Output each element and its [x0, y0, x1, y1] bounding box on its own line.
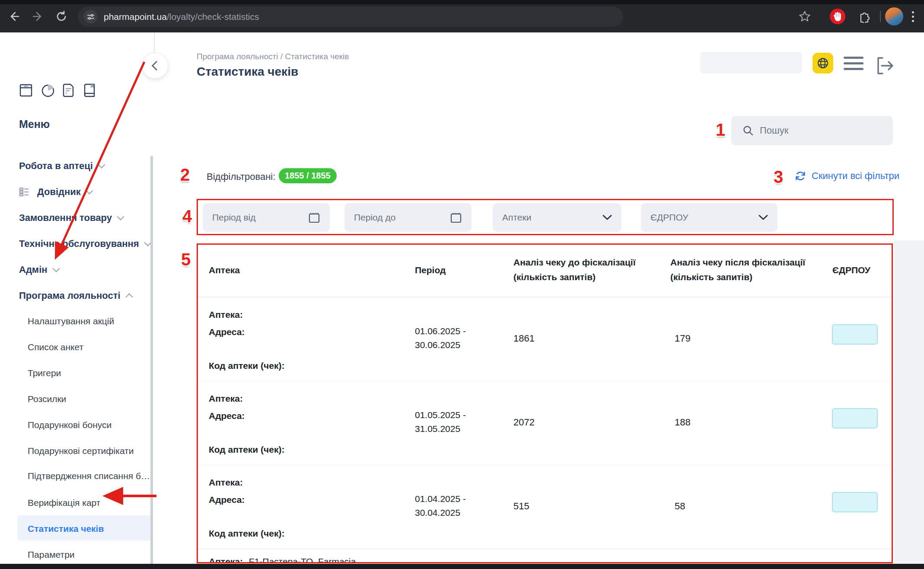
table-row: Аптека: Адреса: Код аптеки (чек): 01.04.…	[198, 465, 892, 549]
url-path: /loyalty/check-statistics	[167, 12, 259, 22]
list-table-icon	[19, 187, 29, 197]
reset-filters-link[interactable]: Скинути всі фільтри	[794, 170, 899, 182]
submenu-trygery[interactable]: Тригери	[28, 368, 61, 378]
submenu-podarunkovi-sertyfikaty[interactable]: Подарункові сертифікати	[28, 446, 134, 456]
site-info-button[interactable]	[84, 10, 97, 23]
col-period: Період	[415, 263, 446, 278]
calendar-icon	[450, 211, 462, 224]
submenu-pidtverdzhennia-spysannia[interactable]: Підтвердження списання бону...	[28, 471, 151, 481]
pharmacies-select[interactable]: Аптеки	[493, 203, 621, 232]
reset-icon	[794, 170, 806, 182]
table-header-row: Аптека Період Аналіз чеку до фіскалізаці…	[198, 245, 892, 297]
page-gutter	[894, 240, 924, 564]
browser-menu-button[interactable]	[912, 11, 914, 22]
annotation-number-5: 5	[181, 250, 191, 269]
reset-label: Скинути всі фільтри	[812, 170, 899, 182]
sidebar-item-tehnichne-obslugovuvannia[interactable]: Технічне обслуговування	[19, 238, 150, 249]
edrpou-redacted-box	[832, 408, 878, 428]
col-pharmacy: Аптека	[209, 263, 240, 278]
document-icon[interactable]	[61, 83, 75, 98]
calendar-icon	[308, 211, 320, 224]
annotation-number-2: 2	[180, 165, 190, 185]
menu-toggle-button[interactable]	[844, 57, 863, 70]
submenu-rozsylky[interactable]: Розсилки	[28, 394, 66, 404]
chevron-down-icon	[52, 265, 60, 272]
chevron-down-icon	[117, 213, 124, 221]
logout-icon	[874, 54, 896, 77]
statistics-table: Аптека Період Аналіз чеку до фіскалізаці…	[197, 243, 893, 563]
toolbar-divider	[880, 11, 881, 22]
submenu-nalashtuvannia-akcii[interactable]: Налаштування акцій	[28, 316, 114, 326]
sidebar-item-programa-loyalnosti[interactable]: Програма лояльності	[19, 290, 132, 301]
after-count: 179	[675, 333, 691, 344]
period-value: 01.06.2025 - 30.06.2025	[415, 324, 466, 352]
chevron-down-icon	[86, 187, 93, 195]
period-value: 01.05.2025 - 31.05.2025	[415, 408, 466, 436]
site-settings-icon	[87, 13, 95, 21]
pie-chart-icon[interactable]	[40, 83, 56, 99]
pharmacy-label: Аптека:	[209, 556, 243, 563]
chevron-down-icon	[98, 161, 105, 169]
sidebar-divider	[154, 32, 155, 55]
logout-button[interactable]	[874, 54, 896, 77]
search-box[interactable]	[731, 116, 893, 145]
col-before-fiscalization: Аналіз чеку до фіскалізації (кількість з…	[513, 255, 636, 284]
search-icon	[742, 125, 754, 136]
filtered-label: Відфільтровані:	[207, 171, 275, 182]
adblock-extension-button[interactable]	[830, 9, 845, 24]
sidebar-scrollbar[interactable]	[150, 156, 153, 569]
edrpou-select[interactable]: ЄДРПОУ	[641, 203, 777, 232]
col-after-fiscalization: Аналіз чеку після фіскалізації (кількіст…	[670, 255, 805, 284]
screenshot-root: pharmapoint.ua/loyalty/check-statistics	[0, 0, 924, 569]
archive-icon[interactable]	[19, 83, 33, 98]
submenu-spysok-anket[interactable]: Список анкет	[28, 342, 83, 352]
submenu-veryfikacia-kart[interactable]: Верифікація карт	[28, 498, 100, 508]
breadcrumb: Програма лояльності / Статистика чеків	[197, 52, 349, 61]
sidebar-item-robota-v-apteci[interactable]: Робота в аптеці	[19, 160, 104, 172]
col-edrpou: ЄДРПОУ	[832, 263, 870, 278]
url-text: pharmapoint.ua/loyalty/check-statistics	[104, 6, 259, 27]
browser-forward-button[interactable]	[31, 10, 45, 23]
browser-reload-button[interactable]	[54, 10, 68, 23]
globe-icon	[817, 57, 829, 69]
address-bar[interactable]: pharmapoint.ua/loyalty/check-statistics	[78, 6, 623, 27]
annotation-number-4: 4	[182, 207, 192, 226]
before-count: 2072	[513, 417, 535, 428]
annotation-number-3: 3	[774, 167, 783, 187]
chevron-down-icon	[758, 214, 768, 221]
after-count: 58	[675, 501, 685, 512]
table-row-partial: Аптека: F1-Пастера-ТО, Farmacia	[198, 549, 892, 550]
search-input[interactable]	[759, 125, 877, 137]
period-to-input[interactable]: Період до	[344, 203, 472, 232]
sidebar-item-dovidnyk[interactable]: Довідник	[19, 186, 92, 198]
book-icon[interactable]	[82, 83, 97, 98]
sidebar-item-admin[interactable]: Адмін	[19, 264, 59, 275]
pharmacy-value: F1-Пастера-ТО, Farmacia	[249, 556, 356, 563]
table-row: Аптека: Адреса: Код аптеки (чек): 01.06.…	[198, 297, 892, 381]
sidebar-collapse-button[interactable]	[142, 53, 168, 79]
submenu-parametry[interactable]: Параметри	[28, 550, 75, 560]
before-count: 515	[513, 501, 529, 512]
back-icon	[8, 10, 20, 22]
profile-avatar[interactable]	[885, 7, 903, 26]
table-row: Аптека: Адреса: Код аптеки (чек): 01.05.…	[198, 381, 892, 465]
after-count: 188	[675, 417, 691, 428]
url-host: pharmapoint.ua	[104, 12, 167, 22]
browser-back-button[interactable]	[7, 10, 21, 23]
puzzle-icon	[857, 10, 870, 23]
submenu-statystyka-chekiv[interactable]: Статистика чеків	[28, 524, 104, 534]
user-name-field	[700, 52, 802, 74]
star-icon	[798, 10, 811, 23]
language-button[interactable]	[812, 53, 833, 74]
edrpou-redacted-box	[832, 324, 878, 345]
filtered-count-badge: 1855 / 1855	[279, 168, 337, 183]
bookmark-button[interactable]	[798, 10, 812, 23]
period-value: 01.04.2025 - 30.04.2025	[415, 492, 466, 520]
extensions-button[interactable]	[857, 10, 870, 23]
sidebar-item-zamovlennia-tovaru[interactable]: Замовлення товару	[19, 212, 123, 224]
submenu-podarunkovi-bonusy[interactable]: Подарункові бонуси	[28, 420, 112, 430]
period-from-input[interactable]: Період від	[203, 203, 330, 232]
hand-icon	[830, 9, 845, 24]
reload-icon	[55, 10, 67, 22]
chevron-left-icon	[152, 61, 162, 71]
